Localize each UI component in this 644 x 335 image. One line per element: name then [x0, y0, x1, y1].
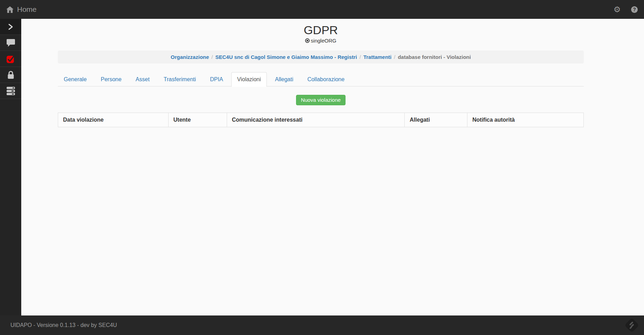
breadcrumb-trattamenti[interactable]: Trattamenti: [363, 54, 391, 60]
column-utente: Utente: [168, 113, 227, 127]
breadcrumb-organizzazione[interactable]: Organizzazione: [171, 54, 209, 60]
tab-allegati[interactable]: Allegati: [269, 72, 299, 87]
column-comunicazione-interessati: Comunicazione interessati: [227, 113, 405, 127]
home-icon: [6, 6, 14, 13]
org-dot-circle-icon: [305, 38, 310, 43]
sidebar-item-messages[interactable]: [0, 35, 21, 51]
home-link[interactable]: Home: [6, 5, 37, 14]
sidebar-item-servers[interactable]: [0, 83, 21, 99]
breadcrumb-separator: /: [391, 54, 398, 60]
footer: UIDAPO - Versione 0.1.13 - dev by SEC4U: [0, 315, 644, 335]
lock-icon: [7, 71, 15, 79]
breadcrumb-current: database fornitori - Violazioni: [398, 54, 471, 60]
tab-generale[interactable]: Generale: [58, 72, 93, 87]
settings-gear-icon[interactable]: ⚙: [613, 6, 621, 14]
sidebar-item-tasks[interactable]: [0, 51, 21, 67]
sidebar-expand-button[interactable]: [0, 19, 21, 35]
table-header-row: Data violazione Utente Comunicazione int…: [58, 113, 584, 127]
chevron-right-icon: [8, 23, 14, 30]
sidebar-item-security[interactable]: [0, 67, 21, 83]
tab-dpia[interactable]: DPIA: [204, 72, 229, 87]
column-notifica-autorita: Notifica autorità: [467, 113, 584, 127]
breadcrumb-registri[interactable]: SEC4U snc di Cagol Simone e Giaimo Massi…: [215, 54, 357, 60]
violations-table: Data violazione Utente Comunicazione int…: [58, 113, 584, 127]
tab-asset[interactable]: Asset: [130, 72, 155, 87]
help-icon[interactable]: ?: [631, 6, 638, 13]
column-data-violazione: Data violazione: [58, 113, 169, 127]
chat-icon: [7, 39, 15, 47]
dev-tool-badge[interactable]: [624, 318, 639, 333]
version-label: UIDAPO - Versione 0.1.13 - dev by SEC4U: [10, 322, 117, 328]
tab-violazioni[interactable]: Violazioni: [231, 72, 267, 87]
breadcrumb-separator: /: [357, 54, 363, 60]
breadcrumb-separator: /: [209, 54, 215, 60]
tab-persone[interactable]: Persone: [95, 72, 127, 87]
tab-bar: Generale Persone Asset Trasferimenti DPI…: [58, 72, 584, 86]
top-bar: Home ⚙ ?: [0, 0, 644, 19]
sidebar: [0, 19, 21, 315]
main-content: GDPR singleORG Organizzazione/SEC4U snc …: [21, 19, 644, 315]
column-allegati: Allegati: [405, 113, 467, 127]
breadcrumb: Organizzazione/SEC4U snc di Cagol Simone…: [58, 51, 584, 63]
server-icon: [6, 87, 15, 95]
org-badge: singleORG: [311, 38, 336, 44]
tab-trasferimenti[interactable]: Trasferimenti: [158, 72, 202, 87]
check-square-icon: [7, 55, 15, 63]
tab-collaborazione[interactable]: Collaborazione: [301, 72, 350, 87]
home-label: Home: [17, 5, 37, 14]
new-violation-button[interactable]: Nuova violazione: [296, 95, 346, 105]
page-title: GDPR: [58, 23, 584, 37]
